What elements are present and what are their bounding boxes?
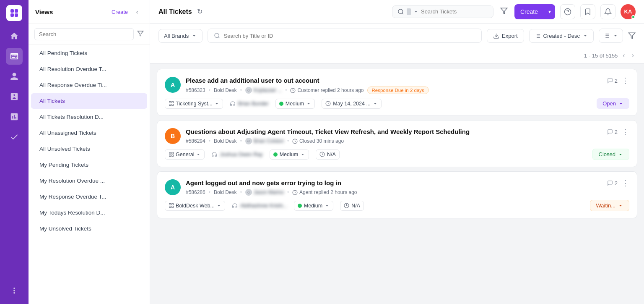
view-item-all-tickets-resolution[interactable]: All Tickets Resolution D...	[31, 109, 147, 125]
brands-chevron-icon	[191, 33, 197, 39]
view-item-my-response[interactable]: My Response Overdue T...	[31, 189, 147, 204]
brands-dropdown[interactable]: All Brands	[158, 29, 203, 43]
view-item-all-pending[interactable]: All Pending Tickets	[31, 45, 147, 61]
views-create-button[interactable]: Create	[112, 9, 128, 15]
ticket-due-date[interactable]: N/A	[316, 149, 340, 160]
search-tickets-box	[208, 29, 482, 43]
view-item-my-unsolved[interactable]: My Unsolved Tickets	[31, 221, 147, 236]
views-title: Views	[35, 8, 53, 16]
sidebar-check-icon[interactable]	[6, 128, 23, 145]
comment-count: 2	[607, 180, 618, 186]
svg-rect-3	[15, 13, 18, 17]
ticket-status-button[interactable]: Open	[597, 98, 629, 109]
ticket-more-button[interactable]: ⋮	[622, 178, 629, 188]
priority-chevron-icon	[300, 152, 305, 157]
ticket-title[interactable]: Agent logged out and now gets error tryi…	[186, 178, 357, 187]
sort-label: Created - Desc	[543, 33, 580, 39]
ticket-left: A Agent logged out and now gets error tr…	[165, 178, 357, 196]
ticket-left: B Questions about Adjusting Agent Timeou…	[165, 127, 470, 144]
priority-chevron-icon	[325, 203, 330, 208]
ticket-department[interactable]: Ticketing Syst...	[165, 99, 223, 109]
dept-chevron-icon	[196, 152, 201, 157]
svg-rect-30	[172, 104, 174, 106]
help-button[interactable]	[560, 4, 575, 19]
sidebar-contacts-icon[interactable]	[6, 68, 23, 85]
refresh-button[interactable]: ↻	[197, 8, 203, 16]
ticket-more-button[interactable]: ⋮	[622, 127, 629, 136]
ticket-top: A Please add an additional user to out a…	[165, 76, 629, 94]
ticket-department[interactable]: BoldDesk Web...	[165, 201, 225, 211]
notifications-button[interactable]	[600, 4, 615, 19]
due-date-clock-icon	[319, 152, 325, 157]
header-filter-icon[interactable]	[500, 7, 508, 16]
view-item-all-unassigned[interactable]: All Unassigned Tickets	[31, 125, 147, 141]
ticket-more-button[interactable]: ⋮	[622, 76, 629, 85]
bookmark-button[interactable]	[580, 4, 595, 19]
sort-chevron-icon	[582, 33, 588, 39]
ticket-avatar: A	[165, 77, 181, 93]
view-toggle[interactable]	[599, 29, 623, 43]
header-search-input[interactable]	[421, 8, 488, 15]
view-item-all-response-overdue[interactable]: All Response Overdue Ti...	[31, 77, 147, 93]
ticket-priority[interactable]: Medium	[294, 201, 333, 211]
ticket-card-t3: A Agent logged out and now gets error tr…	[157, 171, 637, 218]
ticket-priority[interactable]: Medium	[270, 149, 309, 160]
clock-icon	[292, 190, 298, 195]
due-date-clock-icon	[344, 203, 349, 208]
assignee-name: Abithashree Krishi...	[240, 203, 287, 209]
svg-marker-4	[138, 31, 143, 36]
priority-dot	[298, 204, 302, 208]
requester-avatar-icon: ☺	[245, 87, 252, 94]
comment-icon	[607, 129, 613, 135]
ticket-due-date[interactable]: N/A	[340, 201, 364, 211]
user-avatar[interactable]: KA	[621, 4, 636, 19]
ticket-title[interactable]: Please add an additional user to out acc…	[186, 76, 429, 85]
view-item-my-todays[interactable]: My Todays Resolution D...	[31, 205, 147, 220]
sidebar-reports-icon[interactable]	[6, 108, 23, 125]
view-item-all-unsolved[interactable]: All Unsolved Tickets	[31, 141, 147, 157]
headset-icon	[211, 152, 217, 157]
sidebar-tickets-icon[interactable]	[6, 48, 23, 65]
view-item-all-tickets[interactable]: All Tickets	[31, 93, 147, 109]
toolbar-filter-icon[interactable]	[628, 32, 636, 39]
ticket-assignee: Abithashree Krishi...	[232, 203, 287, 209]
ticket-top: A Agent logged out and now gets error tr…	[165, 178, 629, 196]
create-btn-arrow[interactable]: ▾	[544, 5, 555, 18]
svg-rect-0	[10, 9, 14, 13]
views-collapse-button[interactable]: ‹	[131, 6, 143, 18]
svg-line-6	[402, 13, 403, 14]
create-button[interactable]: Create ▾	[514, 4, 555, 19]
ticket-meta: #586294 • Bold Desk • ☺ Brian Colston •	[186, 138, 470, 144]
ticket-status-button[interactable]: Closed	[592, 149, 629, 160]
views-filter-icon[interactable]	[137, 30, 144, 39]
sidebar-home-icon[interactable]	[6, 28, 23, 45]
clock-icon	[290, 88, 296, 93]
ticket-priority[interactable]: Medium	[275, 99, 315, 109]
export-button[interactable]: Export	[487, 29, 524, 43]
priority-chevron-icon	[306, 101, 311, 106]
ticket-department[interactable]: General	[165, 149, 205, 160]
export-icon	[493, 33, 499, 39]
sort-dropdown[interactable]: Created - Desc	[529, 29, 594, 43]
sidebar-tasks-icon[interactable]	[6, 88, 23, 105]
views-list: All Pending TicketsAll Resolution Overdu…	[29, 45, 150, 304]
views-header: Views Create ‹	[29, 0, 150, 24]
status-chevron-icon	[618, 101, 623, 106]
view-item-my-pending[interactable]: My Pending Tickets	[31, 157, 147, 173]
views-panel: Views Create ‹ All Pending TicketsAll Re…	[29, 0, 150, 304]
next-page-button[interactable]: ›	[630, 51, 636, 60]
ticket-status-button[interactable]: Waitin...	[590, 200, 629, 211]
brands-label: All Brands	[164, 33, 189, 39]
pagination-row: 1 - 15 of 5155 ‹ ›	[150, 48, 644, 64]
app-logo[interactable]	[6, 5, 22, 21]
sidebar-more-icon[interactable]	[6, 282, 23, 299]
prev-page-button[interactable]: ‹	[621, 51, 626, 60]
ticket-due-date[interactable]: May 14, 2024 ...	[322, 99, 382, 109]
views-search-input[interactable]	[34, 28, 134, 40]
ticket-time: Closed 30 mins ago	[292, 138, 344, 144]
view-item-my-resolution[interactable]: My Resolution Overdue ...	[31, 173, 147, 189]
ticket-title[interactable]: Questions about Adjusting Agent Timeout,…	[186, 127, 470, 136]
view-item-all-resolution-overdue[interactable]: All Resolution Overdue T...	[31, 61, 147, 77]
assignee-name: Joshua Owen Ray	[220, 152, 262, 157]
search-tickets-input[interactable]	[224, 33, 475, 39]
